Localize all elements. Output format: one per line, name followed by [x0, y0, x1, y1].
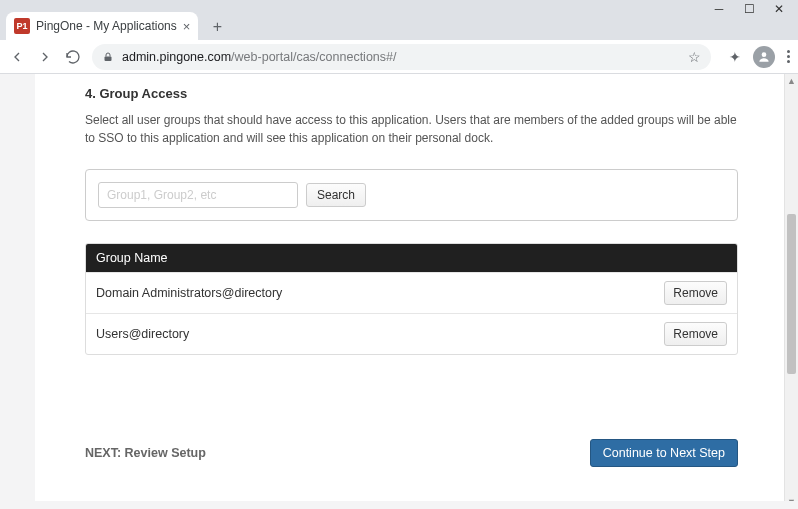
group-name-cell: Users@directory: [96, 327, 664, 341]
address-bar[interactable]: admin.pingone.com/web-portal/cas/connect…: [92, 44, 711, 70]
group-name-cell: Domain Administrators@directory: [96, 286, 664, 300]
continue-button[interactable]: Continue to Next Step: [590, 439, 738, 467]
window-maximize-button[interactable]: ☐: [742, 2, 756, 16]
profile-avatar[interactable]: [753, 46, 775, 68]
next-step-label: NEXT: Review Setup: [85, 446, 206, 460]
remove-button[interactable]: Remove: [664, 281, 727, 305]
window-minimize-button[interactable]: ─: [712, 2, 726, 16]
url-text: admin.pingone.com/web-portal/cas/connect…: [122, 50, 680, 64]
tab-close-icon[interactable]: ×: [183, 19, 191, 34]
forward-button[interactable]: [36, 48, 54, 66]
footer-row: NEXT: Review Setup Continue to Next Step: [85, 439, 738, 467]
browser-chrome: ─ ☐ ✕ P1 PingOne - My Applications × + a…: [0, 0, 798, 74]
vertical-scrollbar[interactable]: ▲ ▼: [784, 74, 798, 509]
extensions-icon[interactable]: ✦: [729, 49, 741, 65]
reload-button[interactable]: [64, 48, 82, 66]
svg-rect-0: [105, 56, 112, 61]
lock-icon: [102, 51, 114, 63]
browser-menu-icon[interactable]: [787, 50, 790, 63]
table-header: Group Name: [86, 244, 737, 272]
table-row: Domain Administrators@directory Remove: [86, 272, 737, 313]
group-table: Group Name Domain Administrators@directo…: [85, 243, 738, 355]
section-description: Select all user groups that should have …: [85, 111, 750, 147]
search-button[interactable]: Search: [306, 183, 366, 207]
new-tab-button[interactable]: +: [204, 14, 230, 40]
table-row: Users@directory Remove: [86, 313, 737, 354]
tab-title: PingOne - My Applications: [36, 19, 177, 33]
section-heading: 4. Group Access: [85, 86, 770, 101]
page-viewport: 4. Group Access Select all user groups t…: [0, 74, 798, 509]
scrollbar-thumb[interactable]: [787, 214, 796, 374]
back-button[interactable]: [8, 48, 26, 66]
browser-toolbar: admin.pingone.com/web-portal/cas/connect…: [0, 40, 798, 74]
window-close-button[interactable]: ✕: [772, 2, 786, 16]
scroll-up-arrow[interactable]: ▲: [785, 74, 798, 88]
application-panel: 4. Group Access Select all user groups t…: [35, 74, 788, 509]
svg-point-1: [762, 52, 767, 57]
star-icon[interactable]: ☆: [688, 49, 701, 65]
tab-favicon: P1: [14, 18, 30, 34]
group-search-box: Search: [85, 169, 738, 221]
tab-strip: P1 PingOne - My Applications × +: [0, 10, 798, 40]
window-titlebar: ─ ☐ ✕: [0, 0, 798, 10]
browser-tab-active[interactable]: P1 PingOne - My Applications ×: [6, 12, 198, 40]
remove-button[interactable]: Remove: [664, 322, 727, 346]
group-search-input[interactable]: [98, 182, 298, 208]
